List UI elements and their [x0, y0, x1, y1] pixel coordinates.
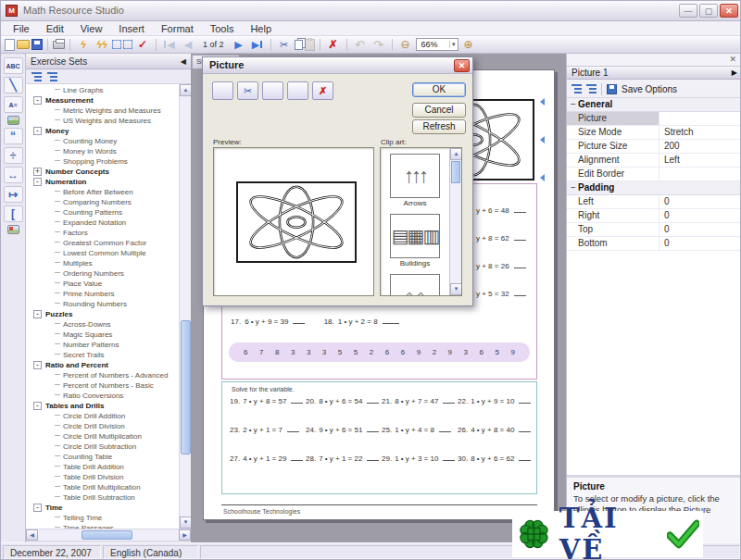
- tree-expander-icon[interactable]: +: [33, 168, 42, 176]
- menu-item[interactable]: File: [5, 23, 38, 34]
- tree-item[interactable]: Circle Drill Multiplication: [32, 431, 179, 442]
- tree-expander-icon[interactable]: -: [33, 127, 42, 135]
- picture-frame-icon[interactable]: [7, 225, 19, 234]
- h-space-icon[interactable]: ↔: [4, 167, 23, 183]
- delete-button[interactable]: ✗: [312, 81, 333, 100]
- selection-handle[interactable]: [536, 98, 545, 106]
- redo-button[interactable]: ↷: [370, 37, 387, 52]
- zoom-in-button[interactable]: ⊕: [460, 37, 477, 52]
- panel-expand-icon[interactable]: ▶: [732, 68, 737, 77]
- tree-item[interactable]: Prime Numbers: [32, 289, 179, 299]
- section-expander-icon[interactable]: −: [567, 181, 578, 194]
- check-answers-button[interactable]: ✓: [134, 37, 151, 52]
- menu-item[interactable]: Help: [242, 23, 280, 34]
- tree-item[interactable]: - Tables and Drills: [32, 401, 179, 411]
- zoom-level-select[interactable]: 66%: [416, 38, 458, 51]
- tree-item[interactable]: US Weights and Measures: [32, 116, 179, 126]
- property-row[interactable]: Bottom 0: [567, 237, 741, 251]
- clipart-buildings[interactable]: ▤▦▥ Buildings: [381, 214, 449, 268]
- tree-item[interactable]: Multiples: [32, 258, 179, 268]
- menu-item[interactable]: Tools: [202, 23, 243, 34]
- maximize-button[interactable]: ▢: [699, 4, 718, 18]
- clipart-arrows[interactable]: ↑↑↑ Arrows: [381, 154, 449, 208]
- cut-button[interactable]: ✂: [276, 37, 293, 52]
- paste-button[interactable]: [287, 81, 308, 100]
- property-row[interactable]: Picture Size 200: [567, 140, 741, 154]
- paste-button[interactable]: [305, 39, 315, 51]
- clipart-partial[interactable]: ◇◇: [381, 274, 449, 296]
- property-row[interactable]: Size Mode Stretch: [567, 126, 741, 140]
- tree-item[interactable]: Percent of Numbers - Basic: [32, 380, 179, 391]
- tree-item[interactable]: - Money: [32, 126, 179, 136]
- tree-item[interactable]: Circle Drill Subtraction: [32, 442, 179, 452]
- scroll-thumb[interactable]: [451, 161, 460, 183]
- open-picture-button[interactable]: [212, 81, 233, 100]
- property-value[interactable]: 200: [659, 140, 741, 153]
- tree-item[interactable]: Ratio Conversions: [32, 391, 179, 401]
- tree-item[interactable]: - Numeration: [32, 177, 179, 187]
- tree-item[interactable]: + Number Concepts: [32, 167, 179, 177]
- bracket-icon[interactable]: [: [4, 205, 23, 222]
- tree-item[interactable]: Magic Squares: [32, 330, 179, 340]
- ok-button[interactable]: OK: [412, 82, 466, 97]
- scroll-thumb[interactable]: [82, 530, 132, 540]
- property-row[interactable]: Edit Border: [567, 168, 741, 181]
- tree-item[interactable]: Table Drill Multiplication: [32, 482, 179, 492]
- tree-item[interactable]: Table Drill Subtraction: [32, 492, 179, 503]
- tree-item[interactable]: Circle Drill Division: [32, 421, 179, 431]
- property-value[interactable]: 0: [659, 209, 741, 222]
- tree-expander-icon[interactable]: -: [33, 504, 42, 512]
- menu-item[interactable]: View: [72, 23, 111, 34]
- tree-item[interactable]: Percent of Numbers - Advanced: [32, 370, 179, 380]
- section-expander-icon[interactable]: −: [567, 98, 578, 111]
- menu-item[interactable]: Edit: [38, 23, 72, 34]
- property-value[interactable]: [670, 98, 741, 111]
- scroll-left-icon[interactable]: ◀: [26, 529, 38, 541]
- tree-item[interactable]: Comparing Numbers: [32, 197, 179, 207]
- property-value[interactable]: 0: [659, 223, 741, 236]
- refresh-button[interactable]: Refresh: [412, 119, 466, 134]
- property-value[interactable]: Left: [659, 154, 741, 167]
- dialog-title-bar[interactable]: Picture: [203, 57, 472, 74]
- tree-horizontal-scrollbar[interactable]: ◀ ▶: [26, 529, 191, 541]
- tree-item[interactable]: - Time: [32, 503, 179, 513]
- tree-expander-icon[interactable]: -: [33, 361, 42, 369]
- scroll-down-icon[interactable]: ▼: [450, 283, 462, 295]
- fraction-icon[interactable]: ÷: [4, 147, 23, 164]
- save-options-button[interactable]: Save Options: [622, 84, 677, 94]
- delete-button[interactable]: ✗: [325, 37, 342, 52]
- selection-handle[interactable]: [536, 136, 545, 143]
- close-button[interactable]: ✕: [720, 4, 738, 18]
- last-page-button[interactable]: ▶: [249, 37, 266, 52]
- picture-icon[interactable]: [7, 116, 19, 125]
- tree-expander-icon[interactable]: -: [33, 310, 42, 318]
- tree-item[interactable]: Before After Between: [32, 187, 179, 197]
- property-row[interactable]: Left 0: [567, 195, 741, 209]
- open-button[interactable]: [17, 40, 30, 49]
- tree-item[interactable]: Rounding Numbers: [32, 299, 179, 309]
- expand-all-icon[interactable]: [586, 84, 597, 93]
- tree-item[interactable]: Table Drill Addition: [32, 462, 179, 472]
- minimize-button[interactable]: —: [679, 4, 697, 18]
- tree-item[interactable]: Ordering Numbers: [32, 268, 179, 279]
- selection-handle[interactable]: [536, 174, 545, 181]
- undo-button[interactable]: ↶: [352, 37, 369, 52]
- select-frame-icon[interactable]: [112, 40, 121, 49]
- tree-expander-icon[interactable]: -: [33, 402, 42, 410]
- tree-item[interactable]: Secret Trails: [32, 350, 179, 360]
- property-row[interactable]: Picture: [567, 112, 741, 126]
- first-page-button[interactable]: ◀: [161, 37, 178, 52]
- scroll-right-icon[interactable]: ▶: [179, 529, 191, 541]
- clipart-scrollbar[interactable]: ▲ ▼: [449, 148, 461, 295]
- new-document-button[interactable]: [5, 39, 15, 51]
- property-value[interactable]: 0: [659, 237, 741, 250]
- dialog-close-button[interactable]: ✕: [454, 59, 470, 72]
- next-page-button[interactable]: ▶: [231, 37, 247, 52]
- property-row[interactable]: Alignment Left: [567, 154, 741, 168]
- tree-item[interactable]: Counting Table: [32, 452, 179, 462]
- property-row[interactable]: − General: [567, 98, 741, 112]
- tree-vertical-scrollbar[interactable]: ▲ ▼: [179, 84, 191, 529]
- word-list-icon[interactable]: ABC: [4, 57, 23, 74]
- property-value[interactable]: [659, 168, 741, 180]
- tree-item[interactable]: Circle Drill Addition: [32, 411, 179, 421]
